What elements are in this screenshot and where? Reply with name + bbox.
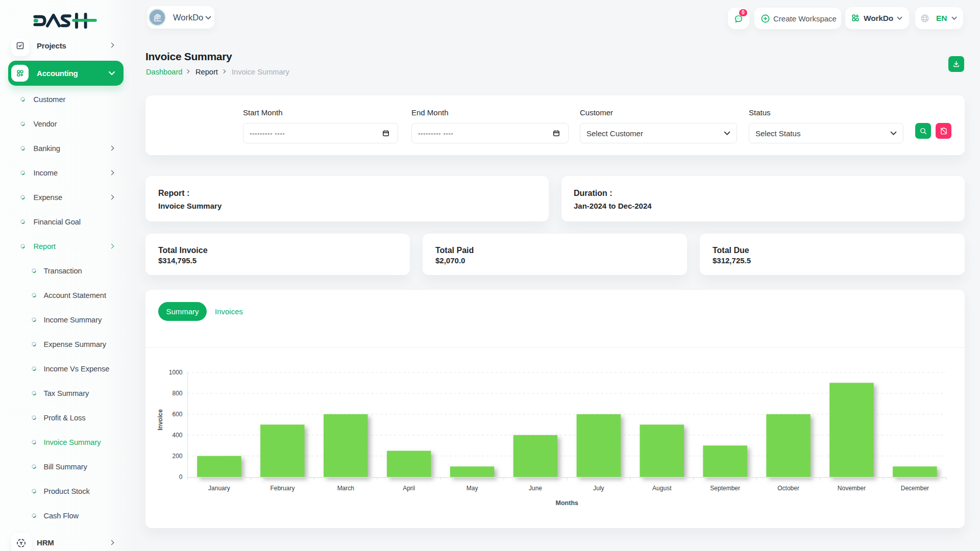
svg-text:August: August <box>652 485 672 492</box>
svg-text:800: 800 <box>172 390 182 397</box>
svg-text:September: September <box>710 485 740 492</box>
svg-text:0: 0 <box>179 473 183 481</box>
svg-text:June: June <box>529 485 542 492</box>
svg-text:1000: 1000 <box>169 369 183 376</box>
svg-text:Invoice: Invoice <box>157 409 164 431</box>
svg-text:400: 400 <box>172 432 182 439</box>
svg-text:December: December <box>901 485 929 492</box>
svg-text:Months: Months <box>556 499 578 507</box>
svg-text:November: November <box>838 485 866 492</box>
svg-text:May: May <box>467 485 478 492</box>
svg-text:200: 200 <box>172 453 182 460</box>
svg-text:October: October <box>777 485 799 492</box>
svg-text:January: January <box>208 485 230 492</box>
svg-text:July: July <box>593 485 604 492</box>
svg-text:February: February <box>270 485 295 492</box>
svg-text:March: March <box>337 485 354 492</box>
svg-text:April: April <box>403 485 415 492</box>
svg-text:600: 600 <box>172 411 182 418</box>
